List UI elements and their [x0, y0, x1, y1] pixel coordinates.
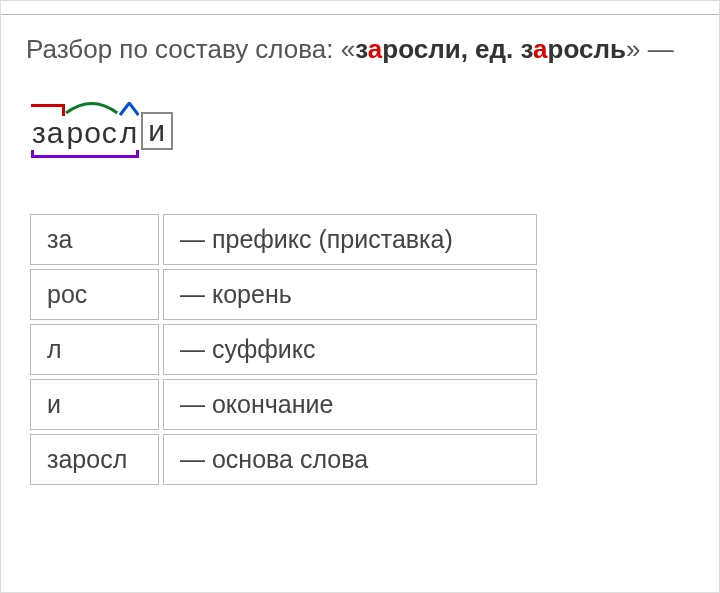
word2-pre: з: [521, 34, 534, 64]
table-row: заросл— основа слова: [30, 434, 537, 485]
table-row: рос— корень: [30, 269, 537, 320]
table-row: л— суффикс: [30, 324, 537, 375]
description-cell: — основа слова: [163, 434, 537, 485]
morpheme-cell: заросл: [30, 434, 159, 485]
word1-highlight: а: [368, 34, 382, 64]
word-analysis-card: Разбор по составу слова: «заросли, ед. з…: [0, 0, 720, 593]
description-cell: — суффикс: [163, 324, 537, 375]
word1-pre: з: [355, 34, 368, 64]
title-intro: Разбор по составу слова: «: [26, 34, 355, 64]
prefix-mark-icon: [31, 104, 65, 116]
suffix-chevron-icon: [119, 102, 140, 116]
morpheme-root: рос: [65, 116, 118, 150]
morpheme-diagram: за рос л и: [31, 112, 173, 150]
morpheme-prefix: за: [31, 116, 65, 150]
morpheme-ending: и: [141, 112, 173, 150]
description-cell: — корень: [163, 269, 537, 320]
morpheme-cell: л: [30, 324, 159, 375]
description-cell: — окончание: [163, 379, 537, 430]
morpheme-cell: рос: [30, 269, 159, 320]
word2-post: росль: [548, 34, 626, 64]
base-bracket-icon: [31, 150, 139, 158]
table-row: и— окончание: [30, 379, 537, 430]
word1-post: росли, ед.: [382, 34, 520, 64]
title-outro: » —: [626, 34, 674, 64]
morpheme-suffix-text: л: [120, 116, 139, 149]
morpheme-cell: за: [30, 214, 159, 265]
morpheme-root-text: рос: [66, 116, 117, 149]
morpheme-prefix-text: за: [32, 116, 64, 149]
table-row: за— префикс (приставка): [30, 214, 537, 265]
morpheme-table: за— префикс (приставка)рос— кореньл— суф…: [26, 210, 541, 489]
morpheme-suffix: л: [119, 116, 140, 150]
description-cell: — префикс (приставка): [163, 214, 537, 265]
analysis-title: Разбор по составу слова: «заросли, ед. з…: [26, 21, 694, 67]
morpheme-cell: и: [30, 379, 159, 430]
word2-highlight: а: [533, 34, 547, 64]
morpheme-ending-text: и: [148, 114, 166, 147]
root-arc-icon: [65, 100, 118, 114]
